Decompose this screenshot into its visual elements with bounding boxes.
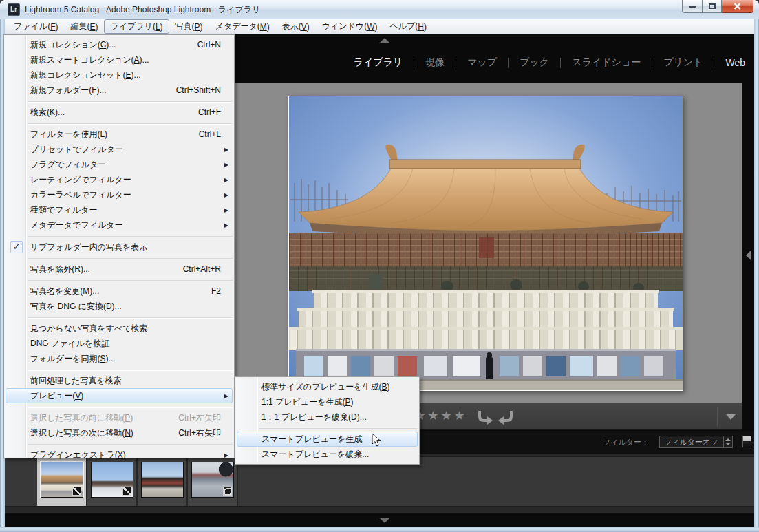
restore-icon — [709, 3, 716, 9]
filter-dropdown[interactable]: フィルターオフ — [659, 436, 733, 448]
preview-submenu-panel: 標準サイズのプレビューを生成(B)1:1 プレビューを生成(P)1：1 プレビュ… — [235, 376, 420, 465]
close-icon — [734, 3, 741, 10]
library-menu-item-label: レーティングでフィルター — [27, 174, 221, 186]
library-menu-item-19[interactable]: 写真名を変更(M)...F2 — [6, 284, 233, 299]
library-menu-item-label: 選択した写真の次に移動(N) — [27, 427, 178, 439]
library-menu-item-29[interactable]: 選択した写真の前に移動(P)Ctrl+左矢印 — [6, 410, 233, 425]
menubar-item-3[interactable]: 写真(P) — [169, 19, 209, 34]
adjustments-badge-icon[interactable] — [122, 487, 131, 496]
rotate-right-icon[interactable] — [498, 409, 515, 425]
module-library[interactable]: ライブラリ — [351, 56, 406, 69]
shortcut-label: Ctrl+右矢印 — [178, 427, 232, 439]
loupe-photo[interactable] — [288, 96, 683, 391]
restore-button[interactable] — [703, 0, 722, 13]
module-map[interactable]: マップ — [464, 56, 500, 69]
adjustments-badge-icon[interactable] — [72, 487, 81, 496]
module-develop[interactable]: 現像 — [423, 56, 447, 69]
library-menu-item-26[interactable]: 前回処理した写真を検索 — [6, 373, 233, 388]
library-menu-item-11[interactable]: カラーラベルでフィルター▶ — [6, 187, 233, 202]
submenu-arrow-icon: ▶ — [224, 162, 228, 168]
copy-badge-icon[interactable] — [223, 487, 232, 496]
preview-submenu-item-2[interactable]: 1：1 プレビューを破棄(D)... — [237, 409, 418, 425]
library-menu-separator — [4, 366, 234, 373]
close-button[interactable] — [722, 0, 753, 13]
library-menu-item-22[interactable]: 見つからない写真をすべて検索 — [6, 321, 233, 336]
library-menu-item-8[interactable]: プリセットでフィルター▶ — [6, 142, 233, 157]
preview-submenu-item-label: 標準サイズのプレビューを生成(B) — [258, 381, 406, 393]
filter-lock-toggle[interactable] — [742, 436, 751, 447]
filmstrip-thumbnail-2[interactable] — [87, 457, 138, 506]
right-panel-collapse-arrow[interactable] — [746, 251, 751, 260]
filmstrip-thumbnail-4[interactable] — [188, 457, 238, 506]
rating-star-5[interactable]: ★ — [454, 409, 467, 423]
menubar-item-4[interactable]: メタデータ(M) — [209, 19, 276, 34]
preview-submenu-item-0[interactable]: 標準サイズのプレビューを生成(B) — [237, 379, 418, 394]
library-menu-item-1[interactable]: 新規スマートコレクション(A)... — [6, 52, 233, 67]
library-menu-item-10[interactable]: レーティングでフィルター▶ — [6, 172, 233, 187]
menubar: ファイル(F)編集(E)ライブラリ(L)写真(P)メタデータ(M)表示(V)ウィ… — [5, 19, 754, 34]
library-menu-item-label: 新規コレクション(C)... — [27, 39, 197, 51]
library-menu-item-label: 写真を除外(R)... — [27, 264, 183, 275]
preview-submenu-separator — [235, 425, 419, 432]
library-menu-item-30[interactable]: 選択した写真の次に移動(N)Ctrl+右矢印 — [6, 425, 233, 440]
preview-submenu-item-4[interactable]: スマートプレビューを生成 — [237, 432, 418, 447]
preview-submenu-item-1[interactable]: 1:1 プレビューを生成(P) — [237, 394, 418, 409]
preview-submenu-item-label: スマートプレビューを破棄... — [258, 449, 406, 460]
library-menu-item-20[interactable]: 写真を DNG に変換(D)... — [6, 299, 233, 314]
library-menu-item-13[interactable]: メタデータでフィルター▶ — [6, 217, 233, 233]
module-print[interactable]: プリント — [661, 56, 705, 69]
library-menu-item-9[interactable]: フラグでフィルター▶ — [6, 157, 233, 172]
menubar-item-0[interactable]: ファイル(F) — [8, 19, 64, 34]
module-slideshow[interactable]: スライドショー — [569, 56, 643, 69]
preview-submenu-item-5[interactable]: スマートプレビューを破棄... — [237, 447, 418, 462]
rotate-left-icon[interactable] — [475, 409, 493, 425]
library-menu-item-23[interactable]: DNG ファイルを検証 — [6, 336, 233, 351]
library-menu-item-label: 写真を DNG に変換(D)... — [27, 301, 221, 312]
rating-star-3[interactable]: ★ — [427, 409, 440, 423]
menubar-item-1[interactable]: 編集(E) — [64, 19, 104, 34]
submenu-arrow-icon: ▶ — [224, 207, 228, 213]
module-web[interactable]: Web — [723, 57, 748, 68]
shortcut-label: Ctrl+Alt+R — [183, 264, 232, 274]
library-menu-item-7[interactable]: フィルターを使用(L)Ctrl+L — [6, 127, 233, 142]
menubar-item-2[interactable]: ライブラリ(L) — [104, 19, 169, 34]
menubar-item-5[interactable]: 表示(V) — [276, 19, 316, 34]
library-menu-item-3[interactable]: 新規フォルダー(F)...Ctrl+Shift+N — [6, 83, 233, 98]
titlebar[interactable]: Lr Lightroom 5 Catalog - Adobe Photoshop… — [0, 0, 759, 19]
library-menu-item-0[interactable]: 新規コレクション(C)...Ctrl+N — [6, 37, 233, 52]
library-menu-item-label: サブフォルダー内の写真を表示 — [27, 242, 221, 253]
library-menu-item-32[interactable]: プラグインエクストラ(X)▶ — [6, 447, 233, 462]
top-panel-collapse-arrow[interactable] — [379, 38, 390, 43]
library-menu-item-12[interactable]: 種類でフィルター▶ — [6, 202, 233, 217]
filter-dropdown-value: フィルターオフ — [660, 437, 723, 447]
library-menu-item-label: 検索(K)... — [27, 107, 198, 118]
shortcut-label: Ctrl+N — [197, 40, 232, 50]
library-menu-separator — [4, 120, 234, 127]
preview-submenu-item-label: スマートプレビューを生成 — [258, 434, 406, 445]
library-menu-item-24[interactable]: フォルダーを同期(S)... — [6, 351, 233, 366]
thumbnail-image — [41, 462, 83, 498]
library-menu-item-27[interactable]: プレビュー(V)▶ — [6, 388, 233, 403]
library-menu-item-label: プラグインエクストラ(X) — [27, 449, 221, 461]
module-separator — [508, 58, 509, 68]
library-menu-item-15[interactable]: ✓サブフォルダー内の写真を表示 — [6, 240, 233, 255]
menubar-item-6[interactable]: ウィンドウ(W) — [316, 19, 384, 34]
preview-submenu-item-label: 1：1 プレビューを破棄(D)... — [258, 412, 406, 423]
library-menu-item-2[interactable]: 新規コレクションセット(E)... — [6, 67, 233, 83]
window-border-right — [754, 19, 759, 532]
module-separator — [560, 58, 561, 68]
library-menu-item-5[interactable]: 検索(K)...Ctrl+F — [6, 105, 233, 120]
minimize-button[interactable] — [682, 0, 703, 13]
bottom-panel-collapse-arrow[interactable] — [379, 518, 390, 523]
filmstrip-thumbnail-1[interactable] — [37, 457, 87, 506]
rating-star-4[interactable]: ★ — [440, 409, 453, 423]
filmstrip-thumbnail-3[interactable] — [138, 457, 188, 506]
module-book[interactable]: ブック — [517, 56, 552, 69]
shortcut-label: F2 — [211, 286, 232, 296]
filter-spinner-icon[interactable] — [723, 436, 732, 447]
library-menu-item-label: 選択した写真の前に移動(P) — [27, 412, 178, 424]
menubar-item-7[interactable]: ヘルプ(H) — [383, 19, 433, 34]
library-menu-item-17[interactable]: 写真を除外(R)...Ctrl+Alt+R — [6, 262, 233, 277]
toolbar-options-caret-icon[interactable] — [726, 414, 736, 420]
submenu-arrow-icon: ▶ — [224, 393, 228, 399]
